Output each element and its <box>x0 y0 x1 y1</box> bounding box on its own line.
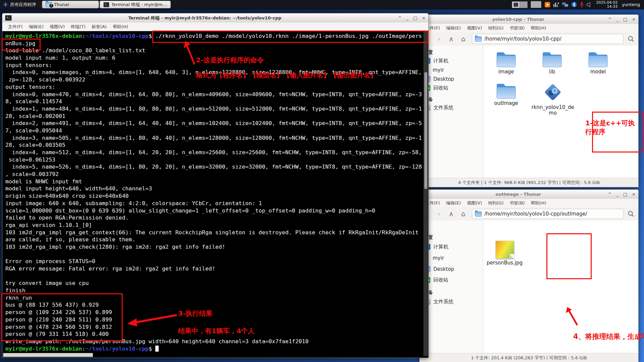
thunar-folder-icon: 2 <box>46 2 52 7</box>
folder-item[interactable]: outImage <box>483 82 529 106</box>
forward-button[interactable]: › <box>434 34 444 44</box>
prompt-dollar: $ <box>149 346 155 352</box>
minimize-button[interactable]: _ <box>616 192 619 196</box>
terminal-menu-item[interactable]: 标签(A) <box>89 24 110 30</box>
up-button[interactable]: ∧ <box>446 34 457 44</box>
network-tray-icon[interactable] <box>562 2 569 7</box>
workspace-2[interactable] <box>520 2 527 8</box>
terminal-output-line: index=1, name=484, n_dims=4, dims=[1, 80… <box>5 105 422 113</box>
taskbar-button-terminal[interactable]: >_ Terminal 终端 - myir@m… <box>100 1 171 8</box>
thunar-menu-item[interactable]: 视图(V) <box>464 200 485 206</box>
sidebar-place-item[interactable]: myir <box>424 65 483 74</box>
terminal-icon: >_ <box>5 15 12 21</box>
thunar1-titlebar[interactable]: yolov10-cpp - Thunar ^ _ □ × <box>420 15 638 24</box>
terminal-menu-item[interactable]: 视图(V) <box>47 24 68 30</box>
sidebar-place-item[interactable]: 回收站 <box>424 275 483 286</box>
terminal-menu-item[interactable]: 终端(T) <box>68 24 89 30</box>
sidebar-place-item[interactable]: Desktop <box>424 263 483 275</box>
terminal-output-line: input image: 640 x 640, subsampling: 4:2… <box>5 200 422 207</box>
folder-item[interactable]: lib <box>529 51 575 75</box>
volume-tray-icon[interactable] <box>587 2 593 7</box>
workspace-1[interactable]: >_ <box>512 2 520 8</box>
sidebar-device-item[interactable]: 文件系统 <box>424 296 483 307</box>
thunar-menu-item[interactable]: 帮助(H) <box>528 25 549 31</box>
thunar-menu-item[interactable]: 书签(B) <box>506 200 528 206</box>
terminal-menu-item[interactable]: 文件(F) <box>5 24 26 30</box>
shade-button[interactable]: ^ <box>398 16 401 20</box>
microphone-tray-icon[interactable] <box>580 2 584 7</box>
system-tray <box>544 2 593 8</box>
sidebar-device-item[interactable]: 文件系统 <box>424 103 483 112</box>
close-button[interactable]: × <box>422 16 426 20</box>
workspace-switcher[interactable]: >_ <box>512 1 528 8</box>
executable-file-item[interactable]: rknn_yolov10_demo <box>530 82 576 116</box>
terminal-menu-item[interactable]: 帮助(H) <box>110 24 131 30</box>
path-bar[interactable]: /home/myir/tools/yolov10-cpp/outImage/ <box>472 209 624 219</box>
thunar-menu-item[interactable]: 编辑(E) <box>443 200 464 206</box>
sidebar-place-item[interactable]: 回收站 <box>424 83 483 93</box>
clock[interactable]: 2025-04-02 14:33 <box>596 1 618 9</box>
sidebar-place-item[interactable]: 计算机 <box>424 241 483 252</box>
maximize-button[interactable]: □ <box>623 17 627 21</box>
annotation-arrow-2 <box>181 40 199 66</box>
thunar-menu-item[interactable]: 转到(G) <box>485 25 506 31</box>
terminal-output-line: failed to open RGA:Permission denied. <box>5 214 422 222</box>
shade-button[interactable]: ^ <box>608 17 611 21</box>
thunar1-file-area[interactable]: image lib <box>483 46 638 178</box>
thunar1-sidebar: 位置 计算机 myir Desktop 回收站 <box>420 46 483 178</box>
bluetooth-tray-icon[interactable] <box>571 2 577 7</box>
terminal-menu-item[interactable]: 编辑(E) <box>26 24 47 30</box>
forward-button[interactable]: › <box>434 209 444 219</box>
folder-item[interactable]: image <box>483 51 529 75</box>
maximize-button[interactable]: □ <box>623 192 627 196</box>
close-button[interactable]: × <box>632 192 636 196</box>
applications-menu-button[interactable]: 所有应用程序 <box>0 0 39 9</box>
shade-button[interactable]: ^ <box>608 192 611 196</box>
executable-diamond-icon <box>543 82 562 102</box>
thunar-menu-item[interactable]: 书签(B) <box>506 25 528 31</box>
taskbar-button-thunar[interactable]: 2 Thunar <box>42 1 99 8</box>
thunar2-titlebar[interactable]: outImage - Thunar ^ _ □ × <box>420 190 638 199</box>
sidebar-place-item[interactable]: myir <box>424 252 483 263</box>
tray-collapse-button[interactable] <box>531 1 541 8</box>
terminal-output-line: index=2, name=491, n_dims=4, dims=[1, 64… <box>5 120 422 127</box>
minimize-button[interactable]: _ <box>616 17 619 21</box>
annotation-note-3-line2: 结果中，有1辆车，4个人 <box>178 326 255 336</box>
thunar1-toolbar: ‹ › ∧ ⌂ /home/myir/tools/yolov10-cpp/ <box>420 32 638 46</box>
folder-item[interactable]: model <box>575 51 621 75</box>
username-label: yunteng <box>622 2 640 7</box>
media-app-tray-icon[interactable] <box>544 2 550 8</box>
terminal-cursor <box>155 346 159 352</box>
image-file-item[interactable]: personBus.jpg <box>483 241 526 266</box>
terminal-titlebar[interactable]: >_ Terminal 终端 - myir@myd-lr3576x-debian… <box>2 13 428 23</box>
terminal-scrollbar[interactable] <box>423 31 428 356</box>
maximize-button[interactable]: □ <box>413 16 417 20</box>
annotation-note-2-line2: 格式为【程序名】【模型名】【输入图片名】【输出图片名】 <box>196 71 377 80</box>
terminal-output-line: 103 im2d_rga_impl rga_check(1280): rga i… <box>5 243 422 251</box>
terminal-icon: >_ <box>514 2 518 7</box>
thunar1-menubar: 文件(F)编辑(E)视图(V)转到(G)书签(B)帮助(H) <box>420 24 638 33</box>
thunar-menu-item[interactable]: 帮助(H) <box>528 200 549 206</box>
prompt-user: myir@myd-lr3576x-debian <box>5 346 82 352</box>
terminal-output-line <box>5 273 422 280</box>
thunar-menu-item[interactable]: 转到(G) <box>485 200 506 206</box>
close-button[interactable]: × <box>632 17 636 21</box>
scrollbar-thumb[interactable] <box>424 72 427 189</box>
path-bar[interactable]: /home/myir/tools/yolov10-cpp/ <box>472 34 624 44</box>
home-button[interactable]: ⌂ <box>458 209 469 219</box>
search-button[interactable] <box>625 34 637 44</box>
annotation-note-3-line1: 3-执行结果 <box>178 309 212 318</box>
thunar-menu-item[interactable]: 视图(V) <box>464 25 485 31</box>
sidebar-place-item[interactable]: Desktop <box>424 74 483 83</box>
terminal-window: >_ Terminal 终端 - myir@myd-lr3576x-debian… <box>2 13 429 358</box>
thunar-menu-item[interactable]: 编辑(E) <box>443 25 464 31</box>
home-button[interactable]: ⌂ <box>458 34 469 44</box>
search-button[interactable] <box>625 209 637 219</box>
thunar2-file-area[interactable]: personBus.jpg 4、将推理结果，生成可视化 <box>483 221 638 353</box>
sidebar-place-item[interactable]: 计算机 <box>424 56 483 65</box>
stats-tray-icon[interactable] <box>553 2 559 7</box>
minimize-button[interactable]: _ <box>406 16 409 20</box>
search-icon <box>628 36 634 42</box>
up-button[interactable]: ∧ <box>446 209 457 219</box>
path-folder-icon <box>475 37 482 42</box>
